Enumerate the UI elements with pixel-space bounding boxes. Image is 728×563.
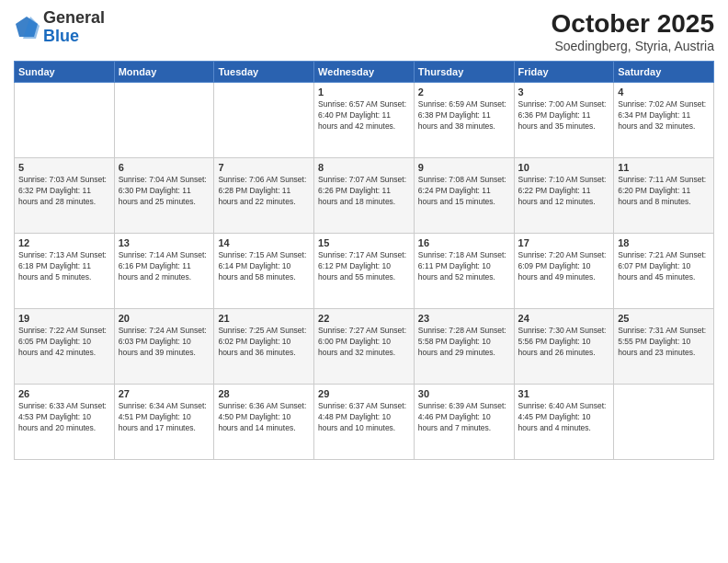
- day-info: Sunrise: 7:20 AM Sunset: 6:09 PM Dayligh…: [518, 250, 610, 283]
- day-info: Sunrise: 7:10 AM Sunset: 6:22 PM Dayligh…: [518, 175, 610, 208]
- day-info: Sunrise: 7:02 AM Sunset: 6:34 PM Dayligh…: [618, 99, 710, 132]
- day-info: Sunrise: 7:21 AM Sunset: 6:07 PM Dayligh…: [618, 250, 710, 283]
- calendar-cell: 17Sunrise: 7:20 AM Sunset: 6:09 PM Dayli…: [514, 234, 614, 309]
- calendar-cell: 3Sunrise: 7:00 AM Sunset: 6:36 PM Daylig…: [514, 83, 614, 158]
- day-info: Sunrise: 6:40 AM Sunset: 4:45 PM Dayligh…: [518, 401, 610, 434]
- day-number: 21: [218, 313, 310, 324]
- calendar-week-4: 19Sunrise: 7:22 AM Sunset: 6:05 PM Dayli…: [15, 309, 714, 385]
- day-info: Sunrise: 7:00 AM Sunset: 6:36 PM Dayligh…: [518, 99, 610, 132]
- calendar-cell: 4Sunrise: 7:02 AM Sunset: 6:34 PM Daylig…: [614, 83, 714, 158]
- day-info: Sunrise: 7:24 AM Sunset: 6:03 PM Dayligh…: [119, 326, 210, 359]
- calendar-week-3: 12Sunrise: 7:13 AM Sunset: 6:18 PM Dayli…: [15, 234, 714, 309]
- calendar-cell: 22Sunrise: 7:27 AM Sunset: 6:00 PM Dayli…: [314, 309, 415, 385]
- calendar-cell: 6Sunrise: 7:04 AM Sunset: 6:30 PM Daylig…: [114, 158, 214, 234]
- day-info: Sunrise: 7:28 AM Sunset: 5:58 PM Dayligh…: [418, 326, 510, 359]
- calendar-cell: 31Sunrise: 6:40 AM Sunset: 4:45 PM Dayli…: [514, 385, 614, 460]
- weekday-header-sunday: Sunday: [15, 62, 115, 83]
- calendar-cell: [15, 83, 115, 158]
- calendar-cell: 26Sunrise: 6:33 AM Sunset: 4:53 PM Dayli…: [15, 385, 115, 460]
- calendar-cell: 11Sunrise: 7:11 AM Sunset: 6:20 PM Dayli…: [614, 158, 714, 234]
- weekday-header-wednesday: Wednesday: [314, 62, 415, 83]
- calendar-cell: 2Sunrise: 6:59 AM Sunset: 6:38 PM Daylig…: [414, 83, 514, 158]
- day-info: Sunrise: 7:17 AM Sunset: 6:12 PM Dayligh…: [318, 250, 410, 283]
- calendar-cell: 8Sunrise: 7:07 AM Sunset: 6:26 PM Daylig…: [314, 158, 415, 234]
- calendar-cell: 5Sunrise: 7:03 AM Sunset: 6:32 PM Daylig…: [15, 158, 115, 234]
- calendar-cell: 25Sunrise: 7:31 AM Sunset: 5:55 PM Dayli…: [614, 309, 714, 385]
- day-info: Sunrise: 6:34 AM Sunset: 4:51 PM Dayligh…: [119, 401, 210, 434]
- day-number: 14: [218, 237, 310, 248]
- day-number: 23: [418, 313, 510, 324]
- calendar-cell: 14Sunrise: 7:15 AM Sunset: 6:14 PM Dayli…: [214, 234, 314, 309]
- day-info: Sunrise: 7:30 AM Sunset: 5:56 PM Dayligh…: [518, 326, 610, 359]
- location-subtitle: Soedingberg, Styria, Austria: [552, 39, 714, 53]
- day-info: Sunrise: 6:36 AM Sunset: 4:50 PM Dayligh…: [218, 401, 310, 434]
- calendar-cell: 7Sunrise: 7:06 AM Sunset: 6:28 PM Daylig…: [214, 158, 314, 234]
- day-info: Sunrise: 7:04 AM Sunset: 6:30 PM Dayligh…: [119, 175, 210, 208]
- day-info: Sunrise: 6:39 AM Sunset: 4:46 PM Dayligh…: [418, 401, 510, 434]
- calendar-cell: 16Sunrise: 7:18 AM Sunset: 6:11 PM Dayli…: [414, 234, 514, 309]
- calendar-cell: 29Sunrise: 6:37 AM Sunset: 4:48 PM Dayli…: [314, 385, 415, 460]
- calendar-cell: 21Sunrise: 7:25 AM Sunset: 6:02 PM Dayli…: [214, 309, 314, 385]
- calendar-cell: 28Sunrise: 6:36 AM Sunset: 4:50 PM Dayli…: [214, 385, 314, 460]
- day-number: 10: [518, 162, 610, 173]
- calendar-cell: 15Sunrise: 7:17 AM Sunset: 6:12 PM Dayli…: [314, 234, 415, 309]
- day-info: Sunrise: 7:07 AM Sunset: 6:26 PM Dayligh…: [318, 175, 410, 208]
- day-info: Sunrise: 7:08 AM Sunset: 6:24 PM Dayligh…: [418, 175, 510, 208]
- logo: General Blue: [14, 9, 105, 46]
- day-number: 27: [119, 388, 210, 399]
- day-info: Sunrise: 7:11 AM Sunset: 6:20 PM Dayligh…: [618, 175, 710, 208]
- calendar-cell: [614, 385, 714, 460]
- day-number: 22: [318, 313, 410, 324]
- day-info: Sunrise: 7:18 AM Sunset: 6:11 PM Dayligh…: [418, 250, 510, 283]
- day-number: 9: [418, 162, 510, 173]
- day-number: 25: [618, 313, 710, 324]
- logo-general-text: General: [43, 8, 105, 27]
- day-number: 2: [418, 86, 510, 98]
- day-info: Sunrise: 7:03 AM Sunset: 6:32 PM Dayligh…: [18, 175, 110, 208]
- day-number: 6: [119, 162, 210, 173]
- calendar-cell: 20Sunrise: 7:24 AM Sunset: 6:03 PM Dayli…: [114, 309, 214, 385]
- weekday-header-thursday: Thursday: [414, 62, 514, 83]
- day-info: Sunrise: 7:25 AM Sunset: 6:02 PM Dayligh…: [218, 326, 310, 359]
- calendar-cell: 12Sunrise: 7:13 AM Sunset: 6:18 PM Dayli…: [15, 234, 115, 309]
- day-number: 13: [119, 237, 210, 248]
- day-info: Sunrise: 7:14 AM Sunset: 6:16 PM Dayligh…: [119, 250, 210, 283]
- calendar-week-2: 5Sunrise: 7:03 AM Sunset: 6:32 PM Daylig…: [15, 158, 714, 234]
- day-number: 17: [518, 237, 610, 248]
- day-info: Sunrise: 7:22 AM Sunset: 6:05 PM Dayligh…: [18, 326, 110, 359]
- day-number: 20: [119, 313, 210, 324]
- day-number: 7: [218, 162, 310, 173]
- day-info: Sunrise: 7:15 AM Sunset: 6:14 PM Dayligh…: [218, 250, 310, 283]
- day-number: 24: [518, 313, 610, 324]
- calendar-cell: [214, 83, 314, 158]
- weekday-header-monday: Monday: [114, 62, 214, 83]
- day-info: Sunrise: 6:57 AM Sunset: 6:40 PM Dayligh…: [318, 99, 410, 132]
- day-number: 1: [318, 86, 410, 98]
- month-title: October 2025: [552, 9, 714, 39]
- day-info: Sunrise: 6:33 AM Sunset: 4:53 PM Dayligh…: [18, 401, 110, 434]
- calendar-cell: 23Sunrise: 7:28 AM Sunset: 5:58 PM Dayli…: [414, 309, 514, 385]
- calendar-body: 1Sunrise: 6:57 AM Sunset: 6:40 PM Daylig…: [15, 83, 714, 460]
- day-number: 12: [18, 237, 110, 248]
- day-number: 8: [318, 162, 410, 173]
- logo-blue-text: Blue: [43, 27, 79, 45]
- weekday-row: SundayMondayTuesdayWednesdayThursdayFrid…: [15, 62, 714, 83]
- day-number: 28: [218, 388, 310, 399]
- calendar-cell: 24Sunrise: 7:30 AM Sunset: 5:56 PM Dayli…: [514, 309, 614, 385]
- calendar-cell: 1Sunrise: 6:57 AM Sunset: 6:40 PM Daylig…: [314, 83, 415, 158]
- calendar-table: SundayMondayTuesdayWednesdayThursdayFrid…: [14, 61, 714, 460]
- calendar-cell: 13Sunrise: 7:14 AM Sunset: 6:16 PM Dayli…: [114, 234, 214, 309]
- day-number: 30: [418, 388, 510, 399]
- day-info: Sunrise: 6:37 AM Sunset: 4:48 PM Dayligh…: [318, 401, 410, 434]
- day-number: 3: [518, 86, 610, 98]
- day-number: 4: [618, 86, 710, 98]
- day-number: 16: [418, 237, 510, 248]
- day-number: 5: [18, 162, 110, 173]
- day-info: Sunrise: 7:06 AM Sunset: 6:28 PM Dayligh…: [218, 175, 310, 208]
- calendar-cell: 19Sunrise: 7:22 AM Sunset: 6:05 PM Dayli…: [15, 309, 115, 385]
- day-number: 15: [318, 237, 410, 248]
- weekday-header-saturday: Saturday: [614, 62, 714, 83]
- day-number: 31: [518, 388, 610, 399]
- day-number: 19: [18, 313, 110, 324]
- calendar-cell: 10Sunrise: 7:10 AM Sunset: 6:22 PM Dayli…: [514, 158, 614, 234]
